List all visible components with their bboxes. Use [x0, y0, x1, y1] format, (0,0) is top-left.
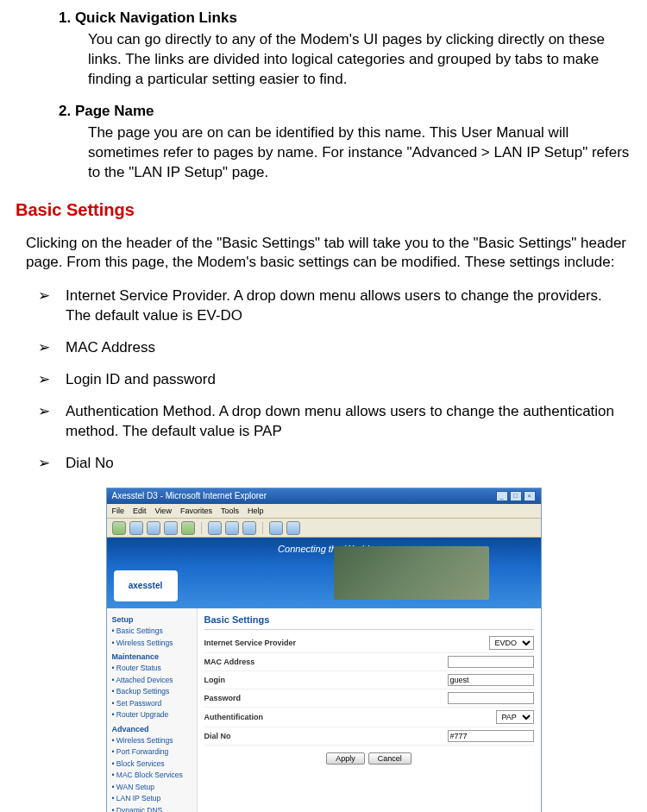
content-title: Basic Settings	[204, 614, 534, 630]
sidebar-link[interactable]: Router Upgrade	[112, 709, 197, 721]
bullet-arrow-icon: ➢	[38, 370, 60, 390]
form-row: Dial No	[204, 727, 534, 746]
stop-icon[interactable]	[147, 521, 160, 535]
bullet-text: Internet Service Provider. A drop down m…	[60, 286, 628, 326]
bullet-arrow-icon: ➢	[38, 402, 60, 442]
form-select[interactable]: EVDO	[489, 636, 534, 650]
sidebar-link[interactable]: Set Password	[112, 698, 197, 709]
menu-item[interactable]: Favorites	[180, 506, 212, 516]
form-row: Login	[204, 671, 534, 689]
numbered-item: 2. Page NameThe page you are on can be i…	[59, 102, 638, 183]
sidebar-group-head: Advanced	[112, 724, 197, 734]
sidebar-group-head: Maintenance	[112, 651, 197, 662]
toolbar-separator	[262, 522, 263, 534]
bullet-arrow-icon: ➢	[38, 454, 60, 474]
numbered-item: 1. Quick Navigation LinksYou can go dire…	[59, 9, 638, 90]
sidebar-link[interactable]: Wireless Settings	[112, 638, 197, 649]
logo-text: axesstel	[129, 580, 162, 592]
form-select[interactable]: PAP	[496, 710, 534, 724]
numbered-item-title: 1. Quick Navigation Links	[59, 9, 638, 28]
sidebar-link[interactable]: Wireless Settings	[112, 735, 197, 746]
toolbar	[107, 519, 541, 538]
sidebar-link[interactable]: Backup Settings	[112, 686, 197, 697]
bullet-arrow-icon: ➢	[38, 286, 60, 326]
apply-button[interactable]: Apply	[326, 752, 365, 765]
search-icon[interactable]	[208, 521, 222, 535]
form-row: Password	[204, 689, 534, 708]
sidebar-link[interactable]: MAC Block Services	[112, 770, 197, 781]
form-row: Internet Service ProviderEVDO	[204, 633, 534, 653]
form-label: Internet Service Provider	[204, 638, 334, 648]
print-icon[interactable]	[286, 521, 300, 535]
bullet-text: MAC Address	[60, 338, 628, 358]
sidebar-link[interactable]: Router Status	[112, 663, 197, 674]
minimize-icon[interactable]: _	[496, 491, 508, 501]
toolbar-separator	[201, 522, 202, 534]
back-icon[interactable]	[112, 521, 126, 535]
bullet-text: Login ID and password	[60, 370, 628, 390]
sidebar-link[interactable]: Dynamic DNS	[112, 805, 197, 812]
form-label: Dial No	[204, 731, 334, 741]
numbered-item-title: 2. Page Name	[59, 102, 638, 122]
bullet-item: ➢Authentication Method. A drop down menu…	[38, 402, 628, 442]
sidebar-group-head: Setup	[112, 614, 197, 625]
cancel-button[interactable]: Cancel	[368, 752, 411, 765]
numbered-item-body: You can go directly to any of the Modem'…	[88, 30, 638, 90]
form-row: AuthentificationPAP	[204, 708, 534, 727]
bullet-text: Authentication Method. A drop down menu …	[60, 402, 628, 442]
menu-item[interactable]: View	[155, 506, 172, 516]
sidebar: SetupBasic SettingsWireless SettingsMain…	[107, 608, 198, 812]
logo: axesstel	[114, 570, 178, 601]
banner-photo	[334, 546, 489, 600]
menu-item[interactable]: Tools	[221, 506, 239, 516]
home-icon[interactable]	[181, 521, 195, 535]
window-buttons: _ □ ×	[496, 491, 536, 501]
forward-icon[interactable]	[129, 521, 143, 535]
menu-item[interactable]: File	[112, 506, 125, 516]
button-row: ApplyCancel	[204, 746, 534, 768]
favorites-icon[interactable]	[225, 521, 239, 535]
form-row: MAC Address	[204, 653, 534, 671]
form-label: Password	[204, 693, 334, 703]
mail-icon[interactable]	[269, 521, 283, 535]
sidebar-link[interactable]: Block Services	[112, 758, 197, 770]
form-label: Authentification	[204, 712, 334, 722]
close-icon[interactable]: ×	[524, 491, 536, 501]
sidebar-link[interactable]: Attached Devices	[112, 675, 197, 686]
menu-bar: FileEditViewFavoritesToolsHelp	[107, 504, 541, 519]
embedded-screenshot: Axesstel D3 - Microsoft Internet Explore…	[106, 488, 542, 812]
sidebar-link[interactable]: LAN IP Setup	[112, 793, 197, 804]
form-input[interactable]	[448, 656, 534, 668]
window-titlebar: Axesstel D3 - Microsoft Internet Explore…	[107, 488, 541, 504]
bullet-text: Dial No	[60, 454, 628, 474]
section-heading: Basic Settings	[16, 198, 638, 222]
form-input[interactable]	[448, 730, 534, 742]
maximize-icon[interactable]: □	[510, 491, 522, 501]
bullet-arrow-icon: ➢	[38, 338, 60, 358]
form-input[interactable]	[448, 692, 534, 704]
form-input[interactable]	[448, 674, 534, 686]
refresh-icon[interactable]	[164, 521, 178, 535]
window-title: Axesstel D3 - Microsoft Internet Explore…	[112, 490, 267, 502]
bullet-item: ➢MAC Address	[38, 338, 628, 358]
banner: Connecting the World axesstel	[107, 538, 541, 608]
menu-item[interactable]: Help	[248, 506, 264, 516]
sidebar-link[interactable]: Port Forwarding	[112, 746, 197, 758]
bullet-item: ➢Dial No	[38, 454, 628, 474]
form-label: MAC Address	[204, 657, 334, 667]
sidebar-link[interactable]: Basic Settings	[112, 626, 197, 637]
bullet-item: ➢Login ID and password	[38, 370, 628, 390]
bullet-item: ➢Internet Service Provider. A drop down …	[38, 286, 628, 326]
history-icon[interactable]	[242, 521, 256, 535]
menu-item[interactable]: Edit	[133, 506, 147, 516]
form-label: Login	[204, 675, 334, 685]
sidebar-link[interactable]: WAN Setup	[112, 782, 197, 793]
content-panel: Basic Settings Internet Service Provider…	[198, 608, 541, 812]
numbered-item-body: The page you are on can be identified by…	[88, 123, 638, 183]
intro-paragraph: Clicking on the header of the "Basic Set…	[26, 234, 628, 274]
